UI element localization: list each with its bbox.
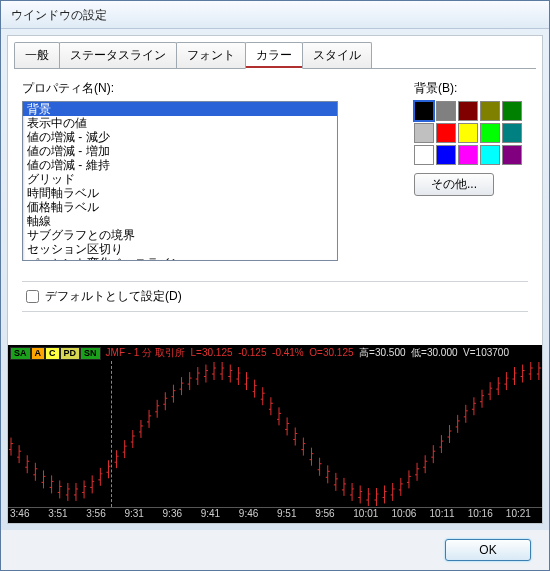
color-swatch-grid [414, 101, 522, 165]
color-swatch[interactable] [480, 145, 500, 165]
tab-strip: 一般ステータスラインフォントカラースタイル [8, 36, 542, 69]
tab-4[interactable]: スタイル [302, 42, 372, 69]
chart-status-line: JMF - 1 分 取引所 L=30.125 -0.125 -0.41% O=3… [106, 346, 509, 360]
property-listbox[interactable]: 背景表示中の値値の増減 - 減少値の増減 - 増加値の増減 - 維持グリッド時間… [22, 101, 338, 261]
list-item[interactable]: 値の増減 - 維持 [23, 158, 337, 172]
other-color-button[interactable]: その他... [414, 173, 494, 196]
property-list-label: プロパティ名(N): [22, 80, 338, 97]
list-item[interactable]: 背景 [23, 102, 337, 116]
color-swatch[interactable] [414, 145, 434, 165]
color-swatch[interactable] [458, 145, 478, 165]
window-title: ウインドウの設定 [1, 1, 549, 29]
chart-badge: A [31, 347, 46, 360]
time-tick: 9:31 [122, 508, 160, 523]
list-item[interactable]: サブグラフとの境界 [23, 228, 337, 242]
time-tick: 9:41 [199, 508, 237, 523]
time-tick: 9:56 [313, 508, 351, 523]
dialog-footer: OK [1, 530, 549, 570]
time-tick: 10:01 [351, 508, 389, 523]
color-swatch[interactable] [480, 101, 500, 121]
tab-3[interactable]: カラー [245, 42, 303, 69]
color-swatch[interactable] [458, 123, 478, 143]
color-swatch[interactable] [480, 123, 500, 143]
time-tick: 10:16 [466, 508, 504, 523]
time-tick: 10:11 [428, 508, 466, 523]
tab-0[interactable]: 一般 [14, 42, 60, 69]
default-checkbox-row: デフォルトとして設定(D) [22, 281, 528, 312]
time-tick: 9:46 [237, 508, 275, 523]
tab-1[interactable]: ステータスライン [59, 42, 177, 69]
session-break-line [111, 361, 112, 507]
time-tick: 10:21 [504, 508, 542, 523]
color-swatch[interactable] [436, 145, 456, 165]
color-swatch[interactable] [436, 123, 456, 143]
chart-badge: SN [80, 347, 101, 360]
chart-time-axis: 3:463:513:569:319:369:419:469:519:5610:0… [8, 507, 542, 523]
time-tick: 3:56 [84, 508, 122, 523]
tab-body-color: プロパティ名(N): 背景表示中の値値の増減 - 減少値の増減 - 増加値の増減… [8, 70, 542, 271]
color-swatch[interactable] [458, 101, 478, 121]
tab-2[interactable]: フォント [176, 42, 246, 69]
list-item[interactable]: 表示中の値 [23, 116, 337, 130]
chart-canvas [8, 361, 542, 507]
client-area: 一般ステータスラインフォントカラースタイル プロパティ名(N): 背景表示中の値… [7, 35, 543, 524]
color-swatch[interactable] [502, 145, 522, 165]
list-item[interactable]: 価格軸ラベル [23, 200, 337, 214]
color-swatch[interactable] [502, 101, 522, 121]
chart-topbar: SAACPDSN JMF - 1 分 取引所 L=30.125 -0.125 -… [8, 345, 542, 361]
default-checkbox[interactable] [26, 290, 39, 303]
time-tick: 9:51 [275, 508, 313, 523]
default-checkbox-label: デフォルトとして設定(D) [45, 288, 182, 305]
color-swatch[interactable] [414, 101, 434, 121]
list-item[interactable]: グリッド [23, 172, 337, 186]
color-swatch[interactable] [502, 123, 522, 143]
color-panel-label: 背景(B): [414, 80, 522, 97]
chart-badge: C [45, 347, 60, 360]
color-swatch[interactable] [414, 123, 434, 143]
time-tick: 3:46 [8, 508, 46, 523]
list-item[interactable]: セッション区切り [23, 242, 337, 256]
color-swatch[interactable] [436, 101, 456, 121]
time-tick: 3:51 [46, 508, 84, 523]
chart-preview: SAACPDSN JMF - 1 分 取引所 L=30.125 -0.125 -… [8, 345, 542, 523]
window: ウインドウの設定 一般ステータスラインフォントカラースタイル プロパティ名(N)… [0, 0, 550, 571]
list-item[interactable]: 値の増減 - 増加 [23, 144, 337, 158]
ok-button[interactable]: OK [445, 539, 531, 561]
list-item[interactable]: 値の増減 - 減少 [23, 130, 337, 144]
time-tick: 10:06 [389, 508, 427, 523]
list-item[interactable]: 軸線 [23, 214, 337, 228]
chart-badge: SA [10, 347, 31, 360]
chart-badge: PD [60, 347, 81, 360]
time-tick: 9:36 [161, 508, 199, 523]
list-item[interactable]: パーセント変化ベースライン [23, 256, 337, 261]
list-item[interactable]: 時間軸ラベル [23, 186, 337, 200]
